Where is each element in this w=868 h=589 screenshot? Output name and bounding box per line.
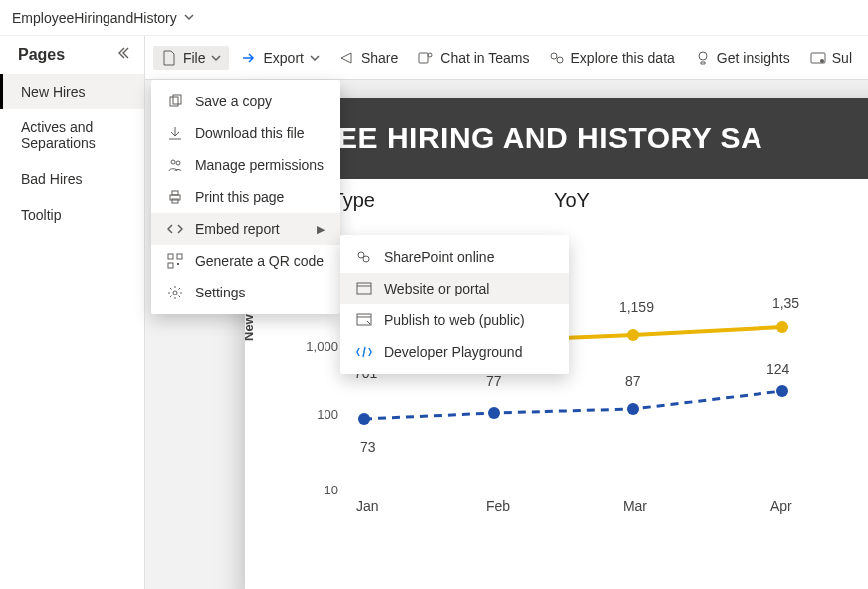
x-tick: Jan [356, 498, 379, 576]
subscribe-icon [810, 50, 826, 66]
menu-save-copy[interactable]: Save a copy [151, 86, 340, 117]
svg-point-30 [776, 385, 788, 397]
submenu-publish[interactable]: Publish to web (public) [340, 304, 569, 336]
share-icon [339, 50, 355, 66]
menu-embed[interactable]: Embed report▶ [151, 213, 340, 245]
sidebar-item-actives-separations[interactable]: Actives and Separations [0, 109, 144, 161]
svg-rect-17 [177, 263, 179, 265]
print-icon [167, 189, 183, 205]
workspace: File Export Share Chat in Teams Explore … [145, 36, 868, 589]
workbook-name[interactable]: EmployeeHiringandHistory [12, 10, 177, 26]
submenu-playground[interactable]: Developer Playground [340, 336, 569, 368]
file-button[interactable]: File [153, 46, 230, 70]
chevron-down-icon [310, 50, 320, 66]
svg-point-25 [627, 329, 639, 341]
subscribe-button[interactable]: Sul [802, 46, 860, 70]
svg-point-9 [171, 160, 175, 164]
x-tick: Feb [486, 498, 510, 576]
teams-icon [418, 50, 434, 66]
x-tick: Mar [623, 498, 647, 576]
svg-rect-16 [168, 263, 173, 268]
menu-print[interactable]: Print this page [151, 181, 340, 213]
chat-label: Chat in Teams [440, 50, 529, 66]
sidebar-item-tooltip[interactable]: Tooltip [0, 197, 144, 233]
svg-point-28 [488, 407, 500, 419]
y-tick: 10 [289, 483, 338, 497]
svg-rect-21 [357, 283, 371, 294]
svg-point-2 [551, 53, 557, 59]
y-tick: 1,000 [289, 339, 338, 354]
svg-rect-12 [172, 191, 178, 195]
share-button[interactable]: Share [331, 46, 406, 70]
chevron-right-icon: ▶ [317, 223, 325, 236]
publish-icon [356, 312, 372, 328]
chart-title-right: YoY [554, 189, 590, 212]
window-icon [356, 281, 372, 296]
collapse-icon[interactable] [116, 46, 130, 64]
explore-icon [549, 50, 565, 66]
svg-rect-14 [168, 254, 173, 259]
sidebar-item-new-hires[interactable]: New Hires [0, 74, 144, 109]
svg-point-3 [557, 57, 563, 63]
copy-icon [167, 94, 183, 109]
code-icon [167, 221, 183, 237]
svg-point-20 [363, 256, 369, 262]
pages-sidebar: Pages New Hires Actives and Separations … [0, 36, 145, 589]
svg-rect-15 [177, 254, 182, 259]
gear-icon [167, 285, 183, 300]
svg-point-27 [358, 413, 370, 425]
svg-point-4 [699, 52, 707, 60]
qr-icon [167, 253, 183, 269]
svg-point-6 [820, 59, 824, 63]
svg-point-26 [776, 321, 788, 333]
y-tick: 100 [289, 407, 338, 422]
submenu-sharepoint[interactable]: SharePoint online [340, 241, 569, 273]
menu-qr[interactable]: Generate a QR code [151, 245, 340, 277]
menu-settings[interactable]: Settings [151, 277, 340, 308]
sidebar-item-bad-hires[interactable]: Bad Hires [0, 161, 144, 197]
export-button[interactable]: Export [233, 46, 326, 70]
download-icon [167, 125, 183, 141]
export-icon [241, 50, 257, 66]
svg-point-10 [176, 161, 180, 165]
insights-button[interactable]: Get insights [687, 46, 798, 70]
file-label: File [183, 50, 206, 66]
subscribe-label: Sul [832, 50, 852, 66]
menu-permissions[interactable]: Manage permissions [151, 149, 340, 181]
chevron-down-icon[interactable] [183, 10, 195, 26]
file-menu: Save a copy Download this file Manage pe… [151, 80, 340, 314]
x-tick: Apr [770, 498, 792, 576]
sharepoint-icon [356, 249, 372, 265]
pages-title: Pages [18, 46, 65, 64]
file-icon [161, 50, 177, 66]
svg-point-18 [173, 291, 177, 294]
bulb-icon [695, 50, 711, 66]
dev-icon [356, 344, 372, 360]
explore-button[interactable]: Explore this data [542, 46, 683, 70]
title-bar: EmployeeHiringandHistory [0, 0, 868, 36]
menu-download[interactable]: Download this file [151, 117, 340, 149]
people-icon [167, 157, 183, 173]
svg-point-1 [428, 53, 432, 57]
share-label: Share [361, 50, 398, 66]
embed-submenu: SharePoint online Website or portal Publ… [340, 235, 569, 374]
toolbar: File Export Share Chat in Teams Explore … [145, 36, 868, 80]
submenu-website[interactable]: Website or portal [340, 273, 569, 304]
explore-label: Explore this data [571, 50, 675, 66]
chevron-down-icon [211, 50, 221, 66]
chat-teams-button[interactable]: Chat in Teams [410, 46, 537, 70]
export-label: Export [263, 50, 303, 66]
svg-point-29 [627, 403, 639, 415]
svg-rect-0 [419, 53, 428, 63]
insights-label: Get insights [717, 50, 790, 66]
